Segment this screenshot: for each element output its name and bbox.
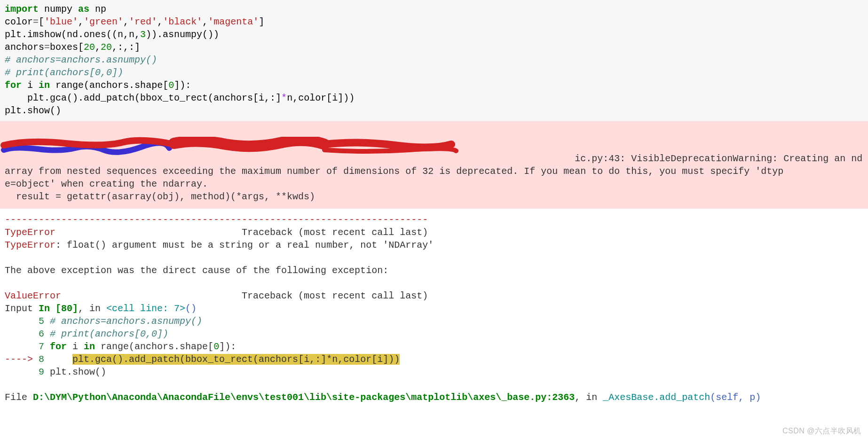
stderr-line-3: e=object' when creating the ndarray.	[5, 179, 208, 189]
tb-input-line: Input In [80], in <cell line: 7>()	[5, 303, 197, 314]
code-line-1: import numpy as np	[5, 4, 106, 15]
tb-src-7: 7 for i in range(anchors.shape[0]):	[5, 341, 236, 352]
stderr-line-4: result = getattr(asarray(obj), method)(*…	[5, 191, 315, 202]
code-cell: import numpy as np color=['blue','green'…	[0, 0, 868, 121]
redaction-scribble	[0, 124, 461, 143]
tb-file-line: File D:\DYM\Python\Anaconda\AnacondaFile…	[5, 392, 761, 403]
tb-src-5: 5 # anchors=anchors.asnumpy()	[5, 316, 202, 327]
traceback-cell: ----------------------------------------…	[0, 209, 868, 404]
code-line-7: for i in range(anchors.shape[0]):	[5, 80, 191, 91]
tb-valueerror-header: ValueError Traceback (most recent call l…	[5, 290, 428, 301]
tb-dash-line: ----------------------------------------…	[5, 214, 428, 225]
tb-src-8: ----> 8 plt.gca().add_patch(bbox_to_rect…	[5, 354, 400, 365]
stderr-cell: xxxxxxxxxxxxxxxxxxxxxxxxxxxxxxxxxxxxxxxx…	[0, 121, 868, 209]
tb-typeerror-msg: TypeError: float() argument must be a st…	[5, 240, 434, 251]
code-line-2: color=['blue','green','red','black','mag…	[5, 16, 264, 27]
tb-above-exc: The above exception was the direct cause…	[5, 265, 388, 276]
tb-src-9: 9 plt.show()	[5, 367, 106, 377]
kw-as: as	[78, 4, 89, 15]
stderr-line-2: array from nested sequences exceeding th…	[5, 166, 783, 177]
code-line-3: plt.imshow(nd.ones((n,n,3)).asnumpy())	[5, 29, 219, 40]
stderr-line-1-suffix: ic.py:43: VisibleDeprecationWarning: Cre…	[575, 153, 862, 164]
kw-import: import	[5, 4, 39, 15]
tb-src-6: 6 # print(anchors[0,0])	[5, 329, 168, 339]
code-line-6: # print(anchors[0,0])	[5, 67, 123, 78]
tb-typeerror-header: TypeError Traceback (most recent call la…	[5, 227, 428, 238]
code-line-5: # anchors=anchors.asnumpy()	[5, 55, 157, 65]
code-line-4: anchors=boxes[20,20,:,:]	[5, 42, 140, 53]
code-line-9: plt.show()	[5, 105, 61, 116]
code-line-8: plt.gca().add_patch(bbox_to_rect(anchors…	[5, 93, 355, 103]
